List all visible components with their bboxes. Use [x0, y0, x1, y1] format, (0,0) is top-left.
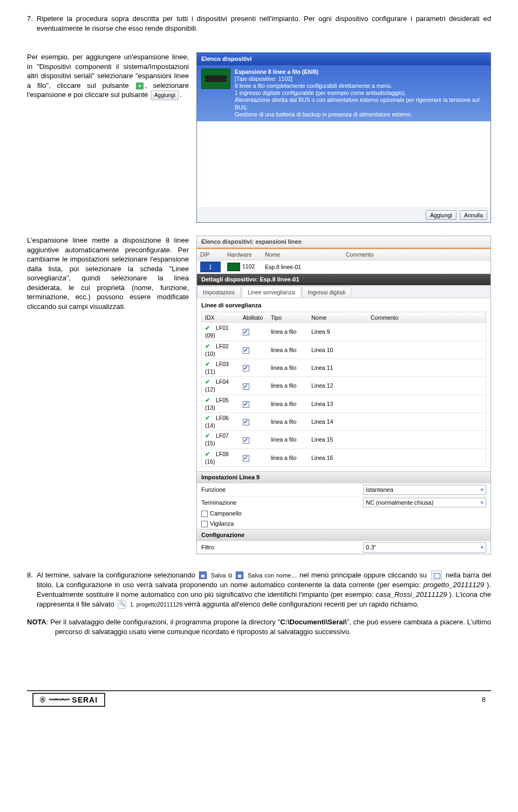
recent-file-icon — [118, 600, 126, 609]
line-row[interactable]: LF01 (09)linea a filoLinea 9 — [201, 323, 486, 341]
tick-icon — [205, 378, 214, 386]
chevron-down-icon: ▾ — [481, 499, 483, 506]
step7-text: Ripetere la procedura sopra descritta pe… — [37, 15, 491, 32]
device-chip-icon — [201, 68, 230, 89]
window-elenco-dispositivi: Elenco dispositivi Espansione 8 linee a … — [196, 52, 491, 223]
tick-icon — [205, 360, 214, 368]
nota-label: NOTA — [27, 618, 46, 626]
window-title: Elenco dispositivi — [197, 53, 490, 65]
checkbox-icon[interactable] — [243, 365, 249, 371]
aggiungi-button[interactable]: Aggiungi — [426, 210, 456, 220]
device-type: [Tipo dispositivo: 1102] — [235, 75, 486, 82]
select-funzione[interactable]: istantanea▾ — [363, 485, 486, 495]
plus-icon: + — [136, 82, 144, 90]
checkbox-vigilanza[interactable]: Vigilanza — [197, 519, 490, 529]
tick-icon — [205, 324, 214, 332]
save-as-icon — [236, 572, 243, 579]
line-row[interactable]: LF05 (13)linea a filoLinea 13 — [201, 395, 486, 413]
save-icon — [199, 572, 207, 579]
detail-header: Dettagli dispositivo: Esp.8 linee-01 — [197, 274, 490, 285]
subtitle-linee: Linee di sorveglianza — [201, 301, 486, 309]
tick-icon — [205, 450, 214, 458]
step7-num: 7. — [27, 14, 37, 24]
titlebar-save-icon — [431, 570, 442, 580]
device-table-header: DIP Hardware Nome Commento — [197, 249, 490, 260]
checkbox-icon[interactable] — [243, 329, 249, 335]
tick-icon — [205, 396, 214, 404]
page-number: 8 — [482, 695, 486, 705]
device-row[interactable]: 1 1102 Esp.8 linee-01 — [197, 260, 490, 274]
checkbox-icon[interactable] — [243, 347, 249, 354]
example-casa-rossi: casa_Rossi_20111129 — [376, 590, 447, 598]
page-footer: ®〰〰〰SERAI 8 — [27, 690, 491, 708]
line-row[interactable]: LF08 (16)linea a filoLinea 16 — [201, 449, 486, 467]
prop-terminazione: Terminazione NC (normalmente chiusa)▾ — [197, 496, 490, 509]
select-terminazione[interactable]: NC (normalmente chiusa)▾ — [363, 498, 486, 508]
aggiungi-button-inline: Aggiungi — [151, 91, 179, 100]
prop-funzione: Funzione istantanea▾ — [197, 483, 490, 496]
step-7: 7. Ripetere la procedura sopra descritta… — [27, 14, 491, 33]
tab-impostazioni[interactable]: Impostazioni — [197, 286, 241, 298]
dip-badge: 1 — [200, 262, 221, 272]
para-expansion-lines: L'espansione linee mette a disposizione … — [27, 236, 189, 554]
impostazioni-linea-head: Impostazioni Linea 9 — [197, 471, 490, 483]
line-row[interactable]: LF07 (15)linea a filoLinea 15 — [201, 431, 486, 449]
line-row[interactable]: LF04 (12)linea a filoLinea 12 — [201, 377, 486, 395]
hw-chip-icon — [227, 263, 240, 271]
line-row[interactable]: LF06 (14)linea a filoLinea 14 — [201, 413, 486, 431]
tick-icon — [205, 432, 214, 439]
checkbox-icon[interactable] — [243, 401, 249, 408]
panel-title: Elenco dispositivi: espansioni linee — [197, 236, 490, 248]
tick-icon — [205, 342, 214, 350]
checkbox-campanello[interactable]: Campanello — [197, 508, 490, 519]
example-progetto: progetto_20111129 — [423, 581, 484, 589]
lines-header: IDX Abilitato Tipo Nome Commento — [201, 312, 486, 323]
tabs: Impostazioni Linee sorveglianza Ingressi… — [197, 285, 490, 298]
serai-logo: ®〰〰〰SERAI — [32, 693, 105, 707]
window-espansioni-linee: Elenco dispositivi: espansioni linee DIP… — [196, 236, 491, 554]
configurazione-head: Configurazione — [197, 529, 490, 541]
prop-filtro: Filtro 0.3"▾ — [197, 541, 490, 554]
tab-linee-sorveglianza[interactable]: Linee sorveglianza — [242, 286, 301, 298]
tick-icon — [205, 414, 214, 422]
nota-path: C:\Documenti\Serai\ — [280, 618, 347, 626]
device-headline: Espansione 8 linee a filo (EN/8) — [235, 68, 486, 75]
line-row[interactable]: LF03 (11)linea a filoLinea 11 — [201, 359, 486, 377]
device-list-area — [197, 121, 490, 208]
annulla-button[interactable]: Annulla — [460, 210, 487, 220]
step-8: 8. Al termine, salvare la configurazione… — [27, 570, 491, 609]
checkbox-icon — [201, 511, 208, 517]
step8-num: 8. — [27, 570, 37, 580]
checkbox-icon[interactable] — [243, 419, 249, 425]
checkbox-icon[interactable] — [243, 437, 249, 444]
nota-paragraph: NOTA: Per il salvataggio delle configura… — [27, 617, 491, 636]
chevron-down-icon: ▾ — [481, 544, 483, 550]
select-filtro[interactable]: 0.3"▾ — [363, 542, 486, 553]
chevron-down-icon: ▾ — [481, 486, 483, 493]
checkbox-icon[interactable] — [243, 383, 249, 390]
line-row[interactable]: LF02 (10)linea a filoLinea 10 — [201, 341, 486, 359]
checkbox-icon — [201, 521, 208, 527]
tab-ingressi-digitali[interactable]: Ingressi digitali — [302, 286, 351, 298]
checkbox-icon[interactable] — [243, 455, 249, 462]
para-example-add: Per esempio, per aggiungere un'espansion… — [27, 52, 189, 223]
